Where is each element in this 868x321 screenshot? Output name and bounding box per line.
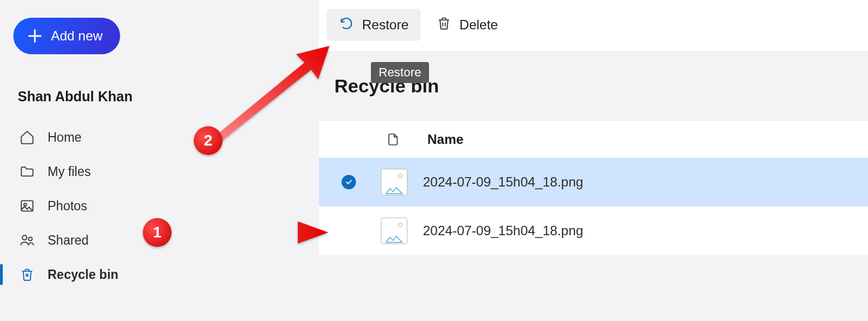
sidebar-item-shared[interactable]: Shared bbox=[13, 223, 175, 257]
svg-point-1 bbox=[24, 203, 27, 206]
user-name: Shan Abdul Khan bbox=[13, 89, 175, 105]
svg-point-2 bbox=[22, 235, 27, 240]
shared-icon bbox=[19, 232, 35, 248]
restore-button[interactable]: Restore bbox=[327, 9, 421, 41]
add-new-label: Add new bbox=[51, 28, 102, 44]
delete-label: Delete bbox=[459, 17, 498, 33]
checkmark-icon bbox=[342, 175, 356, 189]
file-name: 2024-07-09_15h04_18.png bbox=[423, 174, 583, 190]
file-type-column-icon[interactable] bbox=[383, 131, 403, 148]
table-row[interactable]: 2024-07-09_15h04_18.png bbox=[319, 206, 868, 255]
home-icon bbox=[19, 129, 35, 146]
file-table: Name 2024-07-09_15h04_18.png 2024-07-09_… bbox=[319, 121, 868, 255]
add-new-button[interactable]: Add new bbox=[13, 18, 120, 54]
name-column-header[interactable]: Name bbox=[427, 132, 463, 147]
table-row[interactable]: 2024-07-09_15h04_18.png bbox=[319, 158, 868, 206]
delete-icon bbox=[436, 15, 452, 34]
main-content: Restore Delete Restore Recycle bin Name bbox=[319, 0, 868, 321]
restore-tooltip: Restore bbox=[371, 62, 429, 83]
file-name: 2024-07-09_15h04_18.png bbox=[423, 223, 583, 239]
row-checkbox[interactable] bbox=[339, 175, 359, 189]
sidebar-item-home[interactable]: Home bbox=[13, 120, 175, 154]
sidebar-item-label: Home bbox=[48, 130, 81, 145]
sidebar: Add new Shan Abdul Khan Home My files Ph… bbox=[0, 0, 188, 309]
toolbar: Restore Delete bbox=[319, 0, 868, 51]
folder-icon bbox=[19, 163, 35, 180]
restore-icon bbox=[339, 15, 354, 34]
annotation-arrow-2: 2 bbox=[194, 38, 332, 148]
sidebar-item-label: Shared bbox=[48, 233, 89, 248]
restore-label: Restore bbox=[362, 17, 409, 33]
sidebar-item-recyclebin[interactable]: Recycle bin bbox=[13, 257, 175, 292]
svg-point-3 bbox=[29, 237, 33, 241]
annotation-step-2: 2 bbox=[194, 126, 223, 155]
sidebar-item-label: Photos bbox=[48, 199, 87, 214]
sidebar-item-label: My files bbox=[48, 164, 91, 179]
plus-icon bbox=[27, 28, 43, 44]
table-header: Name bbox=[319, 121, 868, 158]
delete-button[interactable]: Delete bbox=[424, 9, 510, 41]
sidebar-item-myfiles[interactable]: My files bbox=[13, 154, 175, 189]
recycle-bin-icon bbox=[19, 266, 35, 283]
photos-icon bbox=[19, 198, 35, 214]
image-thumbnail-icon bbox=[381, 169, 407, 195]
sidebar-item-label: Recycle bin bbox=[48, 267, 118, 282]
nav: Home My files Photos Shared Recycle bin bbox=[13, 120, 175, 292]
sidebar-item-photos[interactable]: Photos bbox=[13, 189, 175, 223]
image-thumbnail-icon bbox=[381, 218, 407, 244]
